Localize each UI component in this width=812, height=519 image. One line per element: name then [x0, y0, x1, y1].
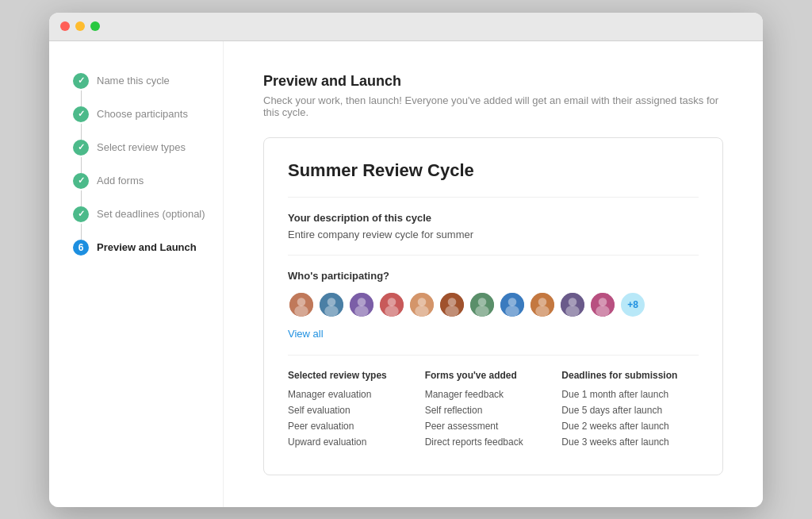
step-5-label: Set deadlines (optional) — [97, 208, 205, 220]
avatar-8 — [499, 291, 526, 318]
svg-point-29 — [565, 305, 580, 316]
preview-card: Summer Review Cycle Your description of … — [263, 137, 723, 475]
step-5-icon: ✓ — [73, 206, 89, 222]
divider-3 — [288, 355, 699, 356]
step-3-icon: ✓ — [73, 140, 89, 156]
svg-point-17 — [445, 305, 459, 316]
step-6-label: Preview and Launch — [97, 241, 197, 253]
step-4-label: Add forms — [97, 175, 144, 186]
avatar-10 — [559, 291, 586, 318]
svg-point-14 — [415, 305, 429, 316]
svg-point-26 — [535, 305, 550, 316]
avatar-1 — [288, 291, 315, 318]
step-1-icon: ✓ — [73, 73, 89, 89]
avatars-row: +8 — [288, 291, 699, 318]
svg-point-10 — [388, 298, 396, 306]
step-2-label: Choose participants — [97, 108, 188, 120]
step-2-icon: ✓ — [73, 106, 89, 122]
cycle-title: Summer Review Cycle — [288, 160, 699, 181]
main-content: Preview and Launch Check your work, then… — [224, 41, 763, 507]
sidebar-item-preview-launch[interactable]: 6 Preview and Launch — [73, 240, 207, 256]
title-bar — [49, 13, 763, 41]
review-types-header: Selected review types — [288, 370, 409, 381]
forms-header: Forms you've added — [425, 370, 546, 381]
close-dot[interactable] — [60, 21, 70, 31]
form-3: Peer assessment — [425, 421, 546, 432]
participants-label: Who's participating? — [288, 270, 699, 282]
divider-2 — [288, 255, 699, 256]
svg-point-31 — [599, 298, 607, 306]
deadline-3: Due 2 weeks after launch — [561, 421, 683, 432]
page-subtitle: Check your work, then launch! Everyone y… — [263, 94, 723, 118]
view-all-link[interactable]: View all — [288, 328, 324, 340]
review-types-col: Selected review types Manager evaluation… — [288, 370, 425, 452]
app-window: ✓ Name this cycle ✓ Choose participants … — [49, 13, 763, 507]
avatar-6 — [439, 291, 465, 318]
svg-point-5 — [324, 305, 339, 316]
svg-point-23 — [505, 305, 519, 316]
description-value: Entire company review cycle for summer — [288, 229, 699, 240]
sidebar-item-set-deadlines[interactable]: ✓ Set deadlines (optional) — [73, 206, 207, 222]
svg-point-22 — [508, 298, 517, 306]
avatar-7 — [469, 291, 496, 318]
sidebar-item-add-forms[interactable]: ✓ Add forms — [73, 173, 207, 189]
deadline-2: Due 5 days after launch — [561, 405, 683, 416]
svg-point-16 — [448, 298, 457, 306]
svg-point-13 — [418, 298, 427, 306]
description-label: Your description of this cycle — [288, 212, 699, 224]
svg-point-8 — [354, 305, 369, 316]
deadlines-header: Deadlines for submission — [561, 370, 683, 381]
avatar-2 — [318, 291, 345, 318]
svg-point-7 — [358, 298, 366, 306]
svg-point-25 — [538, 298, 547, 306]
review-type-2: Self evaluation — [288, 405, 409, 416]
sidebar-item-name-cycle[interactable]: ✓ Name this cycle — [73, 73, 207, 89]
minimize-dot[interactable] — [75, 21, 85, 31]
step-3-label: Select review types — [97, 141, 186, 153]
step-4-icon: ✓ — [73, 173, 89, 189]
sidebar: ✓ Name this cycle ✓ Choose participants … — [49, 41, 224, 507]
maximize-dot[interactable] — [90, 21, 100, 31]
svg-point-2 — [294, 305, 308, 316]
svg-point-11 — [385, 305, 399, 316]
deadline-1: Due 1 month after launch — [561, 389, 683, 400]
avatar-11 — [589, 291, 616, 318]
form-1: Manager feedback — [425, 389, 546, 400]
review-type-1: Manager evaluation — [288, 389, 409, 400]
deadline-4: Due 3 weeks after launch — [561, 436, 683, 448]
svg-point-1 — [297, 298, 306, 306]
svg-point-19 — [478, 298, 487, 306]
svg-point-4 — [327, 298, 336, 306]
sidebar-item-review-types[interactable]: ✓ Select review types — [73, 140, 207, 156]
forms-col: Forms you've added Manager feedback Self… — [425, 370, 562, 452]
step-6-icon: 6 — [73, 240, 89, 256]
avatar-4 — [378, 291, 405, 318]
form-2: Self reflection — [425, 405, 546, 416]
summary-table: Selected review types Manager evaluation… — [288, 370, 699, 452]
avatar-9 — [529, 291, 556, 318]
svg-point-20 — [475, 305, 489, 316]
svg-point-32 — [596, 305, 610, 316]
sidebar-item-choose-participants[interactable]: ✓ Choose participants — [73, 106, 207, 122]
deadlines-col: Deadlines for submission Due 1 month aft… — [561, 370, 699, 452]
avatar-3 — [348, 291, 375, 318]
form-4: Direct reports feedback — [425, 436, 546, 448]
divider-1 — [288, 197, 699, 198]
review-type-3: Peer evaluation — [288, 421, 409, 432]
avatar-5 — [408, 291, 435, 318]
page-title: Preview and Launch — [263, 73, 723, 90]
step-1-label: Name this cycle — [97, 75, 170, 86]
review-type-4: Upward evaluation — [288, 436, 409, 448]
svg-point-28 — [569, 298, 577, 306]
avatar-overflow: +8 — [619, 291, 646, 318]
